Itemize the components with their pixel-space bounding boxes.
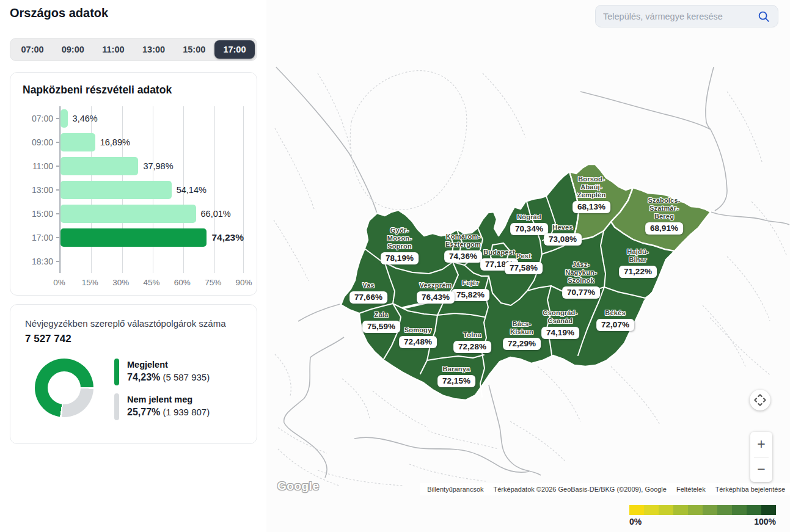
x-tick-label: 60% bbox=[174, 278, 191, 287]
chart-row-13:00: 13:0054,14% bbox=[59, 178, 244, 202]
time-tab-09:00[interactable]: 09:00 bbox=[53, 40, 93, 59]
legend-color-bar bbox=[114, 393, 119, 420]
axis-tick bbox=[56, 213, 59, 214]
chart-value-label: 54,14% bbox=[177, 185, 207, 195]
time-tab-17:00[interactable]: 17:00 bbox=[214, 40, 255, 59]
search-box[interactable] bbox=[595, 5, 778, 27]
participation-card: Napközbeni részvételi adatok 07:003,46%0… bbox=[10, 72, 257, 296]
chart-time-label: 11:00 bbox=[21, 161, 53, 171]
time-tab-13:00[interactable]: 13:00 bbox=[134, 40, 174, 59]
x-tick-label: 90% bbox=[235, 278, 252, 287]
hungary-county-map[interactable] bbox=[266, 0, 790, 532]
keyboard-shortcuts-link[interactable]: Billentyűparancsok bbox=[427, 486, 483, 493]
chart-x-axis: 0%15%30%45%60%75%90% bbox=[59, 278, 244, 290]
map-attribution: Billentyűparancsok Térképadatok ©2026 Ge… bbox=[420, 483, 790, 495]
legend-color-bar bbox=[114, 359, 119, 385]
pan-control-button[interactable] bbox=[750, 390, 770, 410]
legend-value: 74,23% (5 587 935) bbox=[127, 372, 210, 383]
chart-time-label: 09:00 bbox=[21, 137, 53, 147]
chart-bar-13:00 bbox=[60, 181, 172, 199]
voters-card-title: Névjegyzékben szereplő választópolgárok … bbox=[25, 318, 242, 329]
time-tab-15:00[interactable]: 15:00 bbox=[174, 40, 214, 59]
chart-row-15:00: 15:0066,01% bbox=[59, 202, 244, 225]
chart-value-label: 37,98% bbox=[143, 161, 173, 171]
voters-total-count: 7 527 742 bbox=[25, 333, 242, 345]
chart-row-09:00: 09:0016,89% bbox=[59, 130, 244, 154]
chart-row-07:00: 07:003,46% bbox=[59, 106, 244, 130]
legend-label: Nem jelent meg bbox=[127, 393, 210, 404]
x-tick-label: 15% bbox=[82, 278, 98, 287]
time-tab-11:00[interactable]: 11:00 bbox=[93, 40, 133, 59]
participation-card-title: Napközbeni részvételi adatok bbox=[23, 84, 244, 97]
map-data-copyright: Térképadatok ©2026 GeoBasis-DE/BKG (©200… bbox=[494, 486, 667, 493]
chart-value-label: 74,23% bbox=[211, 232, 244, 243]
chart-row-17:00: 17:0074,23% bbox=[59, 225, 244, 249]
axis-tick bbox=[56, 189, 59, 191]
zoom-in-button[interactable]: + bbox=[750, 432, 772, 457]
legend-item: Nem jelent meg25,77% (1 939 807) bbox=[114, 393, 210, 420]
chart-time-label: 15:00 bbox=[21, 209, 53, 219]
donut-legend: Megjelent74,23% (5 587 935)Nem jelent me… bbox=[114, 359, 210, 428]
participation-bar-chart: 07:003,46%09:0016,89%11:0037,98%13:0054,… bbox=[59, 106, 244, 273]
chart-value-label: 16,89% bbox=[100, 137, 130, 147]
x-tick-label: 30% bbox=[112, 278, 129, 287]
scale-min-label: 0% bbox=[629, 517, 642, 527]
axis-tick bbox=[56, 166, 59, 167]
map-color-scale: 0% 100% bbox=[629, 505, 776, 527]
chart-time-label: 13:00 bbox=[21, 185, 53, 195]
axis-tick bbox=[56, 261, 59, 262]
legend-item: Megjelent74,23% (5 587 935) bbox=[114, 359, 210, 385]
x-tick-label: 45% bbox=[143, 278, 159, 287]
chart-bar-09:00 bbox=[60, 133, 95, 151]
chart-bar-15:00 bbox=[60, 205, 196, 223]
chart-time-label: 18:30 bbox=[21, 257, 53, 266]
map-canvas[interactable]: Győr-Moson-Sopron78,19%Komárom-Esztergom… bbox=[266, 0, 790, 532]
chart-row-11:00: 11:0037,98% bbox=[59, 154, 244, 178]
axis-tick bbox=[56, 237, 59, 238]
chart-bar-11:00 bbox=[60, 157, 138, 175]
chart-time-label: 07:00 bbox=[21, 114, 53, 123]
google-logo[interactable]: Google bbox=[277, 479, 319, 493]
x-tick-label: 0% bbox=[53, 278, 65, 287]
chart-time-label: 17:00 bbox=[21, 233, 53, 242]
legend-label: Megjelent bbox=[127, 359, 210, 370]
chart-value-label: 66,01% bbox=[201, 209, 231, 219]
chart-bar-17:00 bbox=[60, 228, 207, 247]
chart-row-18:30: 18:30 bbox=[59, 249, 244, 273]
x-tick-label: 75% bbox=[205, 278, 221, 287]
voters-card: Névjegyzékben szereplő választópolgárok … bbox=[10, 304, 257, 444]
axis-tick bbox=[56, 142, 59, 143]
report-map-error-link[interactable]: Térképhiba bejelentése bbox=[715, 486, 785, 493]
time-tab-07:00[interactable]: 07:00 bbox=[12, 40, 53, 59]
search-icon[interactable] bbox=[757, 10, 770, 23]
map-zoom-control: + − bbox=[750, 432, 772, 482]
time-tab-bar: 07:0009:0011:0013:0015:0017:00 bbox=[10, 38, 257, 61]
scale-max-label: 100% bbox=[754, 517, 776, 527]
chart-value-label: 3,46% bbox=[73, 114, 98, 123]
legend-text: Nem jelent meg25,77% (1 939 807) bbox=[127, 393, 210, 420]
page-root: Győr-Moson-Sopron78,19%Komárom-Esztergom… bbox=[0, 0, 790, 532]
legend-text: Megjelent74,23% (5 587 935) bbox=[127, 359, 210, 385]
color-scale-gradient bbox=[629, 505, 776, 515]
turnout-donut-chart bbox=[35, 359, 93, 417]
search-input[interactable] bbox=[603, 12, 757, 21]
page-title: Országos adatok bbox=[10, 6, 108, 20]
legend-value: 25,77% (1 939 807) bbox=[127, 407, 210, 418]
axis-tick bbox=[56, 118, 59, 119]
pan-arrows-icon bbox=[753, 393, 767, 407]
terms-link[interactable]: Feltételek bbox=[676, 486, 706, 493]
chart-bar-07:00 bbox=[60, 109, 68, 128]
zoom-out-button[interactable]: − bbox=[750, 457, 772, 483]
